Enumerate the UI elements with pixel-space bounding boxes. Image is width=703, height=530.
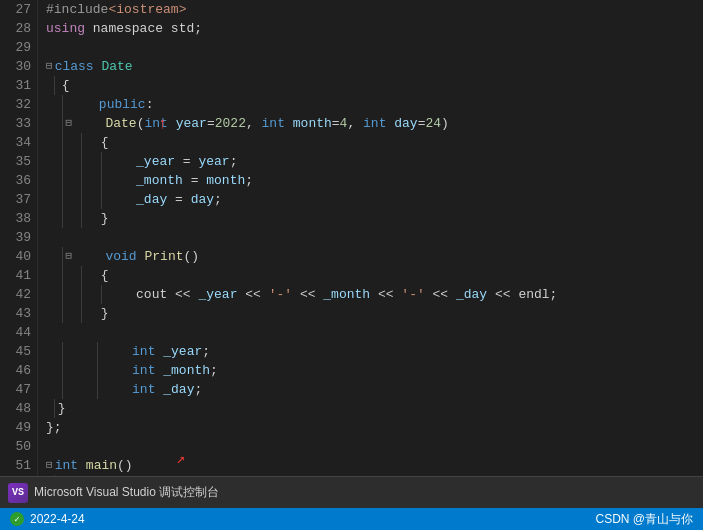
code-content: #include<iostream> using namespace std; … (38, 0, 703, 476)
code-line-42: cout << _year << '-' << _month << '-' <<… (46, 285, 703, 304)
code-line-48: } (46, 399, 703, 418)
code-line-28: using namespace std; (46, 19, 703, 38)
code-line-46: int _month; (46, 361, 703, 380)
code-line-31: { (46, 76, 703, 95)
code-line-49: }; (46, 418, 703, 437)
code-line-44 (46, 323, 703, 342)
status-date: 2022-4-24 (30, 512, 85, 526)
status-check-icon: ✓ (10, 512, 24, 526)
debug-title: Microsoft Visual Studio 调试控制台 (34, 484, 219, 501)
code-line-36: _month = month; (46, 171, 703, 190)
code-line-27: #include<iostream> (46, 0, 703, 19)
status-left: ✓ 2022-4-24 (10, 512, 85, 526)
code-line-45: int _year; (46, 342, 703, 361)
code-editor[interactable]: 27 28 29 30 31 32 33 34 35 36 37 38 39 4… (0, 0, 703, 476)
code-line-43: } (46, 304, 703, 323)
code-line-30: ⊟class Date (46, 57, 703, 76)
vs-icon: VS (8, 483, 28, 503)
code-line-50: ⊟int main() ↗ (46, 456, 703, 475)
status-right: CSDN @青山与你 (595, 511, 693, 528)
code-line-empty2 (46, 437, 703, 456)
code-line-37: _day = day; (46, 190, 703, 209)
status-bar: ✓ 2022-4-24 CSDN @青山与你 (0, 508, 703, 530)
debug-console-bar: VS Microsoft Visual Studio 调试控制台 (0, 476, 703, 508)
line-numbers: 27 28 29 30 31 32 33 34 35 36 37 38 39 4… (0, 0, 38, 476)
status-brand: CSDN @青山与你 (595, 512, 693, 526)
code-line-33: ⊟ Date(int year=2022, int month=4, int d… (46, 114, 703, 133)
code-line-35: _year = year; (46, 152, 703, 171)
code-line-40: ⊟ void Print() (46, 247, 703, 266)
code-line-39 (46, 228, 703, 247)
code-line-41: { (46, 266, 703, 285)
code-line-47: int _day; (46, 380, 703, 399)
editor-container: 27 28 29 30 31 32 33 34 35 36 37 38 39 4… (0, 0, 703, 530)
code-line-34: { (46, 133, 703, 152)
code-line-29 (46, 38, 703, 57)
code-line-38: } (46, 209, 703, 228)
code-line-51: { (46, 475, 703, 476)
code-line-32: public: (46, 95, 703, 114)
